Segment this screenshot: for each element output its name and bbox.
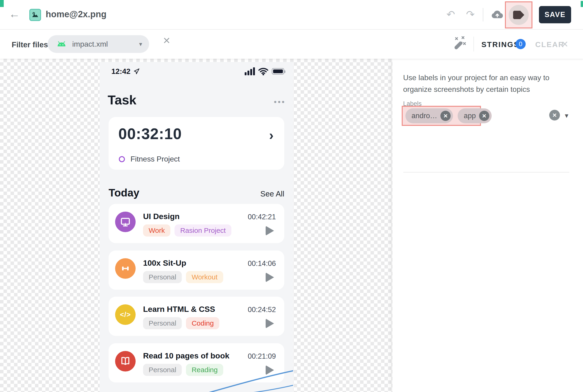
divider xyxy=(483,8,483,22)
screenshot-editor: 12:42 Task ••• 00 xyxy=(0,0,583,392)
clear-all-labels-icon[interactable]: × xyxy=(549,110,560,120)
annotation-highlight-box xyxy=(505,2,533,28)
tag-workout: Workout xyxy=(186,271,223,283)
clear-x-icon[interactable]: × xyxy=(562,38,568,50)
task-card: </> Learn HTML & CSS 00:24:52 Personal C… xyxy=(109,297,284,336)
labels-input[interactable]: andro… × app × × ▾ xyxy=(392,105,583,126)
play-icon xyxy=(266,226,274,236)
corner-artifact xyxy=(0,0,4,7)
tag-personal: Personal xyxy=(143,271,182,283)
corner-artifact xyxy=(581,1,583,7)
play-icon xyxy=(266,318,274,328)
annotation-highlight-box: andro… × app × xyxy=(402,106,481,126)
file-filter-dropdown[interactable]: impact.xml ▾ xyxy=(47,35,149,53)
timer-project-name: Fitness Project xyxy=(130,155,180,163)
cellular-signal-icon xyxy=(245,67,255,75)
task-time: 00:24:52 xyxy=(248,306,276,314)
strings-count-badge: 0 xyxy=(516,39,526,49)
wifi-icon xyxy=(258,67,269,76)
timer-value: 00:32:10 xyxy=(118,125,182,143)
task-name: Learn HTML & CSS xyxy=(143,304,215,314)
task-name: 100x Sit-Up xyxy=(143,258,186,268)
timer-card: 00:32:10 › Fitness Project xyxy=(109,117,284,170)
remove-chip-icon[interactable]: × xyxy=(479,111,489,121)
image-file-icon xyxy=(29,9,41,21)
file-title: home@2x.png xyxy=(46,9,106,19)
tag-icon xyxy=(513,11,524,19)
label-chip: andro… × xyxy=(405,108,453,123)
dumbbell-icon xyxy=(115,258,136,279)
strings-toggle[interactable]: STRINGS xyxy=(481,40,519,49)
upload-cloud-icon[interactable] xyxy=(491,9,503,21)
clear-button[interactable]: CLEAR xyxy=(535,40,564,49)
labels-dropdown-caret-icon[interactable]: ▾ xyxy=(565,112,568,120)
chevron-right-icon: › xyxy=(269,127,274,143)
battery-icon xyxy=(272,68,284,74)
task-time: 00:21:09 xyxy=(248,352,276,360)
divider xyxy=(474,36,474,52)
ellipsis-menu-icon: ••• xyxy=(274,98,286,106)
task-time: 00:42:21 xyxy=(248,213,276,221)
remove-chip-icon[interactable]: × xyxy=(440,111,451,121)
remove-filter-icon[interactable]: × xyxy=(163,34,170,46)
redo-icon[interactable]: ↷ xyxy=(466,9,475,20)
top-bar: ← home@2x.png ↶ ↷ SAVE xyxy=(0,0,583,30)
labels-panel: Use labels in your project for an easy w… xyxy=(392,59,583,392)
android-icon xyxy=(57,41,66,47)
tag-personal: Personal xyxy=(143,317,182,329)
chevron-down-icon: ▾ xyxy=(139,40,142,48)
status-time: 12:42 xyxy=(111,67,130,76)
code-icon: </> xyxy=(115,304,136,325)
labels-description: Use labels in your project for an easy w… xyxy=(403,72,569,95)
phone-page-title: Task xyxy=(108,92,136,108)
task-card: UI Design 00:42:21 Work Rasion Project xyxy=(109,204,284,243)
project-ring-icon xyxy=(119,156,125,162)
save-button[interactable]: SAVE xyxy=(539,6,571,23)
filter-bar: Filter files: impact.xml ▾ × STRINGS 0 C… xyxy=(0,30,583,59)
tag-work: Work xyxy=(143,224,170,236)
task-card: 100x Sit-Up 00:14:06 Personal Workout xyxy=(109,250,284,290)
task-time: 00:14:06 xyxy=(248,260,276,268)
task-name: Read 10 pages of book xyxy=(143,351,229,360)
selected-file-name: impact.xml xyxy=(72,40,108,48)
play-icon xyxy=(266,272,274,282)
back-button[interactable]: ← xyxy=(9,8,20,20)
location-arrow-icon xyxy=(134,68,140,74)
phone-screenshot: 12:42 Task ••• 00 xyxy=(100,62,293,392)
undo-icon[interactable]: ↶ xyxy=(447,9,455,20)
tag-rasion-project: Rasion Project xyxy=(174,224,231,236)
magic-wand-icon[interactable] xyxy=(452,36,468,52)
tag-coding: Coding xyxy=(186,317,219,329)
see-all-link: See All xyxy=(260,190,284,198)
phone-status-bar: 12:42 xyxy=(111,66,284,76)
task-name: UI Design xyxy=(143,212,180,221)
chip-label: app xyxy=(464,112,476,120)
label-chip: app × xyxy=(458,108,492,123)
wave-graphic xyxy=(100,361,293,392)
input-underline xyxy=(403,172,569,172)
today-heading: Today xyxy=(109,186,139,199)
monitor-icon xyxy=(115,212,136,232)
chip-label: andro… xyxy=(412,112,437,120)
filter-files-label: Filter files: xyxy=(12,40,50,49)
label-tool-button[interactable] xyxy=(509,5,529,25)
